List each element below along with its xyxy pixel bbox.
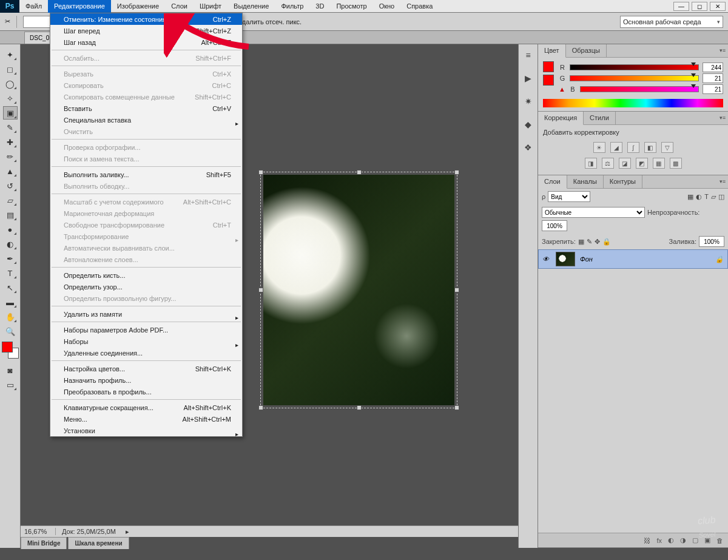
- layer-mask-icon[interactable]: ◐: [668, 536, 674, 544]
- tab-paths[interactable]: Контуры: [604, 175, 642, 188]
- tab-swatches[interactable]: Образцы: [566, 44, 607, 57]
- fill-input[interactable]: [699, 236, 724, 247]
- filter-adj-icon[interactable]: ◐: [696, 193, 702, 201]
- adj-exposure[interactable]: ◧: [644, 142, 656, 153]
- adj-balance[interactable]: ⚖: [602, 158, 614, 169]
- r-input[interactable]: [703, 62, 723, 72]
- adj-bw[interactable]: ◪: [619, 158, 631, 169]
- filter-smart-icon[interactable]: ◫: [718, 193, 724, 201]
- blend-mode-select[interactable]: Обычные: [542, 207, 645, 218]
- layer-style-icon[interactable]: fx: [656, 537, 662, 544]
- new-group-icon[interactable]: ▢: [692, 536, 698, 544]
- eraser-tool[interactable]: ▱: [3, 194, 18, 207]
- spectrum-bar[interactable]: [543, 99, 723, 107]
- workspace-select[interactable]: Основная рабочая среда: [620, 16, 723, 28]
- tab-styles[interactable]: Стили: [584, 112, 616, 124]
- menu-item[interactable]: Удалить из памяти: [50, 308, 242, 320]
- eyedropper-tool[interactable]: ✎: [3, 121, 18, 134]
- lock-pixels-icon[interactable]: ✎: [587, 238, 592, 246]
- dodge-tool[interactable]: ◐: [3, 237, 18, 251]
- menu-окно[interactable]: Окно: [373, 0, 401, 13]
- shape-tool[interactable]: ▬: [3, 295, 18, 309]
- marquee-tool[interactable]: ◻: [3, 62, 18, 76]
- doc-info[interactable]: Док: 25,0M/25,0M: [56, 528, 122, 535]
- blur-tool[interactable]: ●: [3, 223, 18, 236]
- crop-marquee[interactable]: [260, 172, 457, 408]
- menu-просмотр[interactable]: Просмотр: [330, 0, 372, 13]
- g-input[interactable]: [703, 73, 723, 83]
- adj-channel-mixer[interactable]: ▦: [653, 158, 665, 169]
- tab-layers[interactable]: Слои: [538, 175, 567, 189]
- menu-item[interactable]: Выполнить заливку...Shift+F5: [50, 169, 242, 180]
- lock-transparency-icon[interactable]: ▦: [578, 238, 584, 246]
- adj-photo-filter[interactable]: ◩: [636, 158, 648, 169]
- histogram-icon[interactable]: ◆: [522, 118, 534, 130]
- tab-mini-bridge[interactable]: Mini Bridge: [21, 537, 67, 549]
- filter-type-icon[interactable]: T: [704, 193, 709, 200]
- lock-all-icon[interactable]: 🔒: [602, 238, 611, 246]
- path-tool[interactable]: ↖: [3, 281, 18, 294]
- menu-item[interactable]: Клавиатурные сокращения...Alt+Shift+Ctrl…: [50, 402, 242, 413]
- brush-tool[interactable]: ✏: [3, 150, 18, 163]
- new-layer-icon[interactable]: ▣: [704, 536, 710, 544]
- filter-shape-icon[interactable]: ▱: [711, 193, 716, 201]
- healing-tool[interactable]: ✚: [3, 135, 18, 149]
- b-input[interactable]: [703, 84, 723, 94]
- crop-tool[interactable]: ▣: [3, 106, 18, 120]
- menu-шрифт[interactable]: Шрифт: [194, 0, 228, 13]
- menu-изображение[interactable]: Изображение: [111, 0, 165, 13]
- adj-brightness[interactable]: ☀: [593, 142, 605, 153]
- panel-menu-icon[interactable]: ▾≡: [720, 178, 726, 184]
- wand-tool[interactable]: ✧: [3, 92, 18, 105]
- stamp-tool[interactable]: ▲: [3, 164, 18, 178]
- menu-3d[interactable]: 3D: [309, 0, 330, 13]
- b-slider[interactable]: [580, 86, 699, 92]
- menu-item[interactable]: Отменить: Изменение состоянияCtrl+Z: [50, 13, 242, 25]
- r-slider[interactable]: [570, 64, 699, 70]
- menu-item[interactable]: Преобразовать в профиль...: [50, 386, 242, 397]
- panel-menu-icon[interactable]: ▾≡: [720, 47, 726, 53]
- tab-color[interactable]: Цвет: [538, 44, 566, 58]
- adj-hue[interactable]: ◨: [585, 158, 597, 169]
- history-brush-tool[interactable]: ↺: [3, 179, 18, 192]
- minimize-button[interactable]: —: [673, 2, 689, 11]
- zoom-level[interactable]: 16,67%: [21, 528, 56, 535]
- history-icon[interactable]: ≡: [522, 49, 534, 61]
- g-slider[interactable]: [570, 75, 699, 81]
- actions-icon[interactable]: ▶: [522, 72, 534, 84]
- adj-curves[interactable]: ∫: [627, 142, 639, 153]
- close-button[interactable]: ✕: [710, 2, 726, 11]
- menu-item[interactable]: Шаг впередShift+Ctrl+Z: [50, 25, 242, 36]
- properties-icon[interactable]: ✷: [522, 95, 534, 107]
- crop-tool-icon[interactable]: ✂: [5, 18, 10, 25]
- lock-position-icon[interactable]: ✥: [595, 238, 600, 246]
- menu-item[interactable]: Назначить профиль...: [50, 374, 242, 386]
- tab-channels[interactable]: Каналы: [567, 175, 604, 188]
- menu-слои[interactable]: Слои: [165, 0, 194, 13]
- menu-файл[interactable]: Файл: [19, 0, 48, 13]
- layer-kind-select[interactable]: Вид: [548, 191, 590, 202]
- type-tool[interactable]: T: [3, 266, 18, 280]
- menu-item[interactable]: Удаленные соединения...: [50, 347, 242, 359]
- edit-menu-dropdown[interactable]: Отменить: Изменение состоянияCtrl+ZШаг в…: [50, 13, 243, 437]
- menu-редактирование[interactable]: Редактирование: [48, 0, 111, 13]
- menu-справка[interactable]: Справка: [400, 0, 439, 13]
- layer-row[interactable]: 👁 Фон 🔒: [538, 249, 728, 269]
- menu-item[interactable]: Шаг назадAlt+Ctrl+Z: [50, 36, 242, 48]
- adj-levels[interactable]: ◢: [610, 142, 622, 153]
- menu-item[interactable]: Определить кисть...: [50, 269, 242, 281]
- menu-item[interactable]: Настройка цветов...Shift+Ctrl+K: [50, 363, 242, 374]
- adj-vibrance[interactable]: ▽: [661, 142, 673, 153]
- hand-tool[interactable]: ✋: [3, 310, 18, 323]
- menu-item[interactable]: Определить узор...: [50, 281, 242, 292]
- zoom-tool[interactable]: 🔍: [3, 325, 18, 338]
- bg-swatch[interactable]: [543, 75, 554, 86]
- menu-item[interactable]: ВставитьCtrl+V: [50, 103, 242, 114]
- menu-item[interactable]: Меню...Alt+Shift+Ctrl+M: [50, 413, 242, 425]
- tab-timeline[interactable]: Шкала времени: [68, 537, 129, 549]
- delete-layer-icon[interactable]: 🗑: [716, 537, 723, 544]
- color-swatches[interactable]: [2, 342, 19, 359]
- visibility-icon[interactable]: 👁: [542, 255, 551, 263]
- layer-thumbnail[interactable]: [556, 252, 575, 266]
- panel-menu-icon[interactable]: ▾≡: [720, 115, 726, 121]
